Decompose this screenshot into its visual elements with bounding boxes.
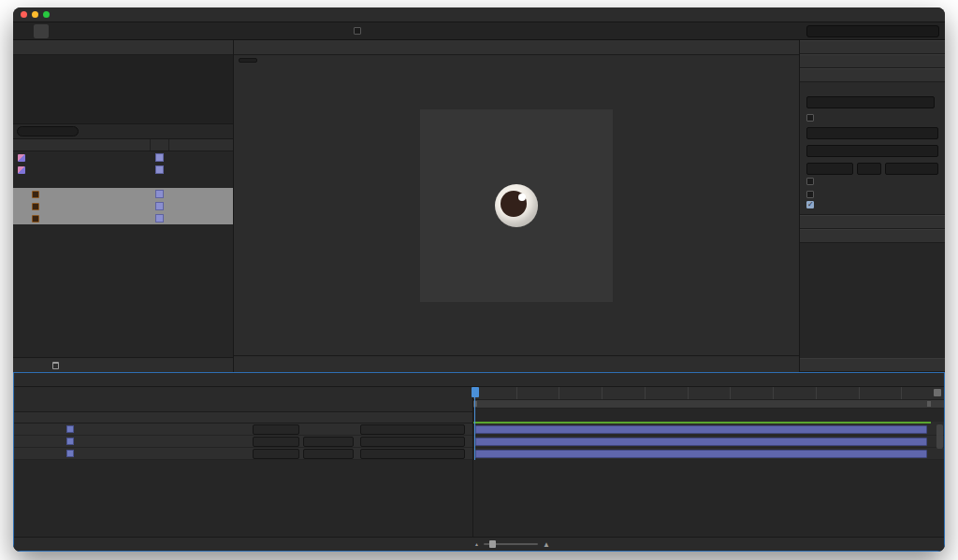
playhead[interactable]: [474, 387, 475, 460]
ruler-label: [473, 387, 516, 399]
track-matte-dropdown[interactable]: [303, 437, 354, 447]
layer-duration-bar[interactable]: [475, 425, 927, 434]
delete-trash-icon[interactable]: [52, 362, 59, 369]
close-window-button[interactable]: [21, 11, 27, 18]
work-area-bar[interactable]: [473, 400, 944, 409]
time-ruler[interactable]: [473, 387, 944, 400]
zoom-in-mountain-icon[interactable]: ▲: [543, 540, 550, 549]
timeline-track-area: [473, 387, 944, 537]
vertical-scrollbar-thumb[interactable]: [936, 424, 943, 449]
track-matte-dropdown[interactable]: [303, 449, 354, 459]
vector-footage-icon: [32, 191, 39, 198]
ruler-label: [859, 387, 902, 399]
hand-tool[interactable]: [49, 24, 64, 38]
item-type: [168, 176, 233, 188]
zoom-slider[interactable]: [484, 543, 538, 545]
project-panel: [13, 40, 234, 372]
project-panel-tab[interactable]: [13, 40, 233, 55]
info-panel-header[interactable]: [800, 40, 945, 54]
label-color-chip[interactable]: [155, 153, 164, 162]
cache-before-playback-checkbox[interactable]: [806, 114, 814, 122]
clone-stamp-tool[interactable]: [183, 24, 198, 38]
help-search-input[interactable]: [806, 25, 939, 37]
layer-color-chip[interactable]: [66, 425, 74, 433]
preview-panel-header[interactable]: [800, 68, 945, 82]
zoom-slider-thumb[interactable]: [489, 540, 496, 548]
shape-tool[interactable]: [123, 24, 138, 38]
ruler-label: [730, 387, 773, 399]
timeline-panel: ▲ ▲: [13, 372, 945, 552]
viewer-composition-tab[interactable]: [239, 58, 257, 63]
project-row-ai-1[interactable]: [13, 188, 233, 200]
project-search-input[interactable]: [17, 126, 79, 136]
parent-dropdown[interactable]: [360, 437, 465, 447]
snapping-group: [354, 27, 372, 35]
project-row-folder[interactable]: [13, 176, 233, 188]
shortcut-dropdown[interactable]: [806, 96, 935, 108]
frame-rate-dropdown[interactable]: [806, 163, 853, 175]
snapping-checkbox[interactable]: [354, 27, 361, 35]
layer-color-chip[interactable]: [66, 450, 74, 457]
layer-color-chip[interactable]: [66, 438, 74, 445]
layer-row-3[interactable]: [14, 448, 472, 460]
pan-behind-tool[interactable]: [109, 24, 123, 38]
audio-panel-header[interactable]: [800, 54, 945, 68]
composition-tab-row: [234, 40, 799, 55]
parent-dropdown[interactable]: [360, 449, 465, 459]
ruler-label: [816, 387, 859, 399]
roto-brush-tool[interactable]: [213, 24, 228, 38]
text-tool[interactable]: [153, 24, 168, 38]
play-from-dropdown[interactable]: [806, 145, 938, 157]
minimize-window-button[interactable]: [32, 11, 38, 18]
pen-tool[interactable]: [138, 24, 153, 38]
libraries-panel-header[interactable]: [800, 358, 945, 372]
right-panel-column: [799, 40, 945, 372]
composition-viewer[interactable]: [234, 55, 799, 355]
puppet-pin-tool[interactable]: [228, 24, 243, 38]
timeline-zoom-control: ▲ ▲: [474, 540, 550, 549]
label-color-chip[interactable]: [155, 190, 164, 198]
label-column-header[interactable]: [150, 139, 168, 151]
range-dropdown[interactable]: [806, 127, 938, 139]
timeline-tab-row: [14, 373, 944, 387]
timeline-column-header: [14, 411, 472, 424]
selection-tool[interactable]: [34, 24, 49, 38]
move-time-checkbox[interactable]: [806, 201, 814, 208]
layer-duration-bar[interactable]: [475, 450, 927, 458]
full-screen-checkbox[interactable]: [806, 178, 814, 185]
ruler-label: [688, 387, 731, 399]
layer-row-1[interactable]: [14, 424, 472, 436]
label-color-chip[interactable]: [155, 214, 164, 223]
project-row-ai-3[interactable]: [13, 212, 233, 224]
rotate-tool[interactable]: [79, 24, 94, 38]
project-row-comp-1[interactable]: [13, 151, 233, 164]
project-preview-well: [13, 55, 233, 124]
blend-mode-dropdown[interactable]: [253, 449, 299, 459]
if-caching-checkbox[interactable]: [806, 191, 814, 198]
align-panel-header[interactable]: [800, 229, 945, 243]
zoom-out-mountain-icon[interactable]: ▲: [474, 541, 479, 547]
vector-footage-icon: [32, 215, 39, 223]
brush-tool[interactable]: [168, 24, 183, 38]
skip-dropdown[interactable]: [857, 163, 881, 175]
camera-orbit-tool[interactable]: [94, 24, 109, 38]
zoom-tool[interactable]: [64, 24, 79, 38]
label-color-chip[interactable]: [155, 202, 164, 210]
ruler-label: [773, 387, 816, 399]
playhead-handle[interactable]: [472, 387, 479, 397]
parent-dropdown[interactable]: [360, 424, 465, 435]
zoom-window-button[interactable]: [43, 11, 50, 18]
project-row-ai-2[interactable]: [13, 200, 233, 212]
ruler-label: [602, 387, 645, 399]
label-color-chip[interactable]: [155, 165, 164, 174]
comp-marker-bin[interactable]: [934, 389, 941, 396]
project-row-comp-2[interactable]: [13, 164, 233, 176]
effects-presets-panel-header[interactable]: [800, 215, 945, 229]
preview-resolution-dropdown[interactable]: [885, 163, 938, 175]
layer-row-2[interactable]: [14, 436, 472, 448]
blend-mode-dropdown[interactable]: [253, 424, 299, 435]
blend-mode-dropdown[interactable]: [253, 437, 299, 447]
layer-duration-bar[interactable]: [475, 438, 927, 446]
eraser-tool[interactable]: [198, 24, 213, 38]
home-button[interactable]: [19, 24, 34, 38]
